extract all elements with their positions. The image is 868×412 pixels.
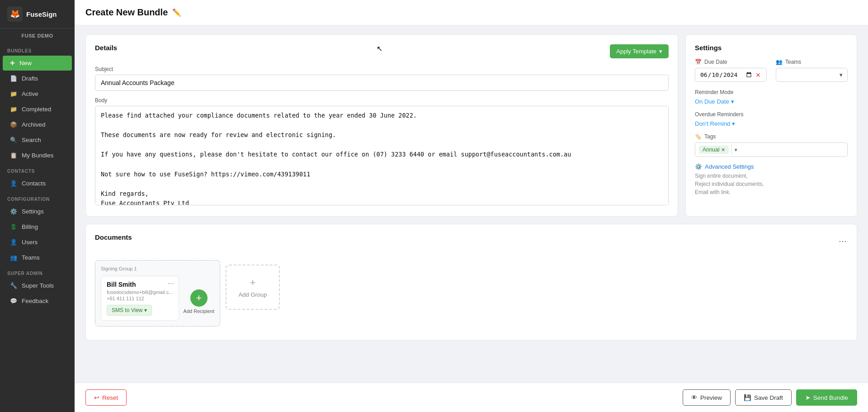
teams-dropdown[interactable]: ▾: [776, 68, 848, 82]
due-date-input-wrap[interactable]: ✕: [695, 68, 767, 82]
sidebar-icon-completed: 📁: [10, 106, 17, 113]
sidebar-label-my-bundles: My Bundles: [22, 152, 54, 159]
chevron-down-icon: ▾: [731, 98, 734, 105]
tags-field: 🏷️ Tags Annual ✕ ▾: [695, 133, 848, 157]
sidebar-item-billing[interactable]: 💲Billing: [3, 219, 72, 234]
contact-email: fusedocsdemo+bill@gmail.c...: [107, 289, 173, 295]
documents-header: Documents ⋯: [95, 233, 848, 248]
advanced-settings-label: Advanced Settings: [705, 163, 754, 170]
sidebar-label-completed: Completed: [22, 106, 51, 113]
chevron-down-icon[interactable]: ▾: [735, 147, 737, 153]
send-bundle-button[interactable]: ➤ Send Bundle: [796, 389, 857, 406]
sidebar-item-search[interactable]: 🔍Search: [3, 133, 72, 147]
topbar: Create New Bundle ✏️ ↖: [75, 0, 868, 25]
sidebar-label-super-tools: Super Tools: [22, 282, 54, 289]
tags-input[interactable]: Annual ✕ ▾: [695, 142, 848, 157]
sidebar-icon-drafts: 📄: [10, 75, 17, 82]
sidebar-logo[interactable]: 🦊 FuseSign: [0, 0, 75, 28]
sidebar-item-contacts[interactable]: 👤Contacts: [3, 176, 72, 191]
page-title: Create New Bundle: [85, 7, 168, 18]
overdue-reminders-field: Overdue Reminders Don't Remind ▾: [695, 111, 848, 127]
overdue-reminders-label: Overdue Reminders: [695, 111, 848, 118]
sidebar-label-users: Users: [22, 239, 38, 246]
sidebar-item-settings[interactable]: ⚙️Settings: [3, 204, 72, 219]
sidebar-label-feedback: Feedback: [22, 298, 48, 304]
tags-label: 🏷️ Tags: [695, 133, 848, 140]
reminder-mode-label: Reminder Mode: [695, 89, 848, 95]
advanced-settings-desc: Sign entire document,Reject individual d…: [695, 172, 848, 196]
advanced-settings-link[interactable]: ⚙️ Advanced Settings: [695, 163, 848, 170]
sidebar-label-search: Search: [22, 137, 41, 143]
more-options-button[interactable]: ⋯: [839, 236, 848, 246]
sidebar-icon-contacts: 👤: [10, 180, 17, 187]
sidebar-item-completed[interactable]: 📁Completed: [3, 102, 72, 117]
body-label: Body: [95, 97, 669, 104]
signing-area: Signing Group 1 ⋯ Bill Smith fusedocsdem…: [95, 256, 848, 331]
bottom-bar: ↩ Reset 👁 Preview 💾 Save Draft ➤ Send Bu…: [75, 383, 868, 412]
add-group-box[interactable]: + Add Group: [226, 265, 280, 310]
teams-label: 👥 Teams: [776, 59, 848, 65]
sidebar-label-new: New: [19, 60, 32, 66]
sidebar-section-label: SUPER ADMIN: [0, 265, 75, 278]
logo-icon: 🦊: [7, 6, 23, 22]
sidebar-item-feedback[interactable]: 💬Feedback: [3, 294, 72, 308]
divider: [731, 145, 732, 154]
sms-label: SMS to View: [112, 307, 142, 313]
logo-text: FuseSign: [26, 10, 57, 18]
details-panel: Details Apply Template ▾ Subject Body: [85, 34, 678, 217]
sidebar-icon-new: ✚: [10, 60, 15, 66]
sidebar-item-drafts[interactable]: 📄Drafts: [3, 71, 72, 86]
sidebar-label-drafts: Drafts: [22, 75, 38, 82]
sidebar-label-teams: Teams: [22, 254, 40, 261]
sidebar-label-contacts: Contacts: [22, 180, 46, 187]
settings-title: Settings: [695, 44, 848, 52]
reset-label: Reset: [102, 394, 118, 401]
preview-button[interactable]: 👁 Preview: [683, 389, 731, 406]
due-date-field: 📅 Due Date ✕: [695, 59, 767, 82]
sidebar-item-new[interactable]: ✚New: [3, 56, 72, 71]
apply-template-button[interactable]: Apply Template ▾: [610, 44, 669, 58]
tag-chip-annual: Annual ✕: [699, 146, 729, 154]
save-draft-label: Save Draft: [754, 394, 783, 401]
tag-remove-button[interactable]: ✕: [721, 147, 725, 153]
reset-button[interactable]: ↩ Reset: [85, 389, 127, 406]
sidebar-icon-active: 📁: [10, 90, 17, 97]
sidebar-icon-my-bundles: 📋: [10, 152, 17, 159]
sidebar-item-super-tools[interactable]: 🔧Super Tools: [3, 278, 72, 293]
sidebar-icon-billing: 💲: [10, 223, 17, 230]
preview-label: Preview: [700, 394, 722, 401]
settings-panel: Settings 📅 Due Date ✕: [685, 34, 857, 217]
sidebar-item-teams[interactable]: 👥Teams: [3, 250, 72, 265]
clear-date-button[interactable]: ✕: [755, 71, 761, 79]
due-date-input[interactable]: [700, 71, 753, 79]
sidebar-item-archived[interactable]: 📦Archived: [3, 117, 72, 132]
tag-icon: 🏷️: [695, 133, 702, 140]
sidebar-icon-super-tools: 🔧: [10, 282, 17, 289]
settings-row-1: 📅 Due Date ✕ 👥 Teams: [695, 59, 848, 82]
sidebar-section-label: CONTACTS: [0, 163, 75, 175]
subject-input[interactable]: [95, 75, 669, 91]
documents-title: Documents: [95, 233, 132, 241]
signing-group-label: Signing Group 1: [101, 266, 214, 271]
add-recipient-button[interactable]: +: [190, 289, 208, 307]
sidebar-item-active[interactable]: 📁Active: [3, 86, 72, 101]
sidebar-item-users[interactable]: 👤Users: [3, 235, 72, 250]
reset-icon: ↩: [94, 394, 99, 401]
reminder-mode-field: Reminder Mode On Due Date ▾: [695, 89, 848, 105]
advanced-settings-section: ⚙️ Advanced Settings Sign entire documen…: [695, 163, 848, 196]
add-recipient-label: Add Recipient: [184, 308, 215, 314]
tag-chip-label: Annual: [703, 147, 719, 153]
body-textarea[interactable]: [95, 106, 669, 205]
chevron-down-icon: ▾: [144, 307, 147, 313]
reminder-mode-dropdown[interactable]: On Due Date ▾: [695, 98, 734, 105]
edit-icon[interactable]: ✏️: [172, 8, 181, 17]
save-draft-button[interactable]: 💾 Save Draft: [735, 389, 792, 406]
sidebar-icon-settings: ⚙️: [10, 208, 17, 215]
card-menu-button[interactable]: ⋯: [168, 280, 175, 287]
sms-to-view-button[interactable]: SMS to View ▾: [107, 305, 152, 316]
documents-panel: Documents ⋯ Signing Group 1 ⋯ Bill Smith…: [85, 224, 857, 341]
sidebar-item-my-bundles[interactable]: 📋My Bundles: [3, 148, 72, 163]
sidebar-icon-teams: 👥: [10, 254, 17, 261]
send-bundle-label: Send Bundle: [813, 394, 848, 401]
overdue-reminders-dropdown[interactable]: Don't Remind ▾: [695, 120, 735, 127]
